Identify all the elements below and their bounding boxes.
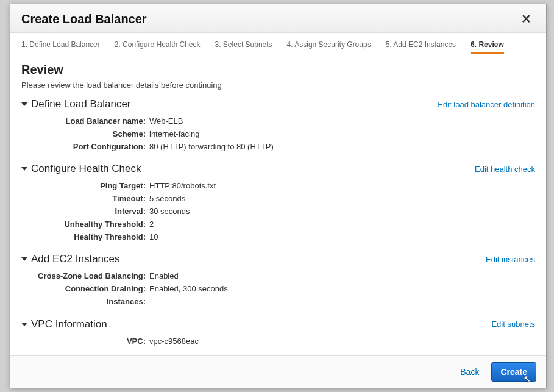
kv-list: Cross-Zone Load Balancing:Enabled Connec… [21,270,535,308]
kv-label: Ping Target: [27,180,149,193]
edit-instances-link[interactable]: Edit instances [486,255,535,264]
section-toggle[interactable]: Define Load Balancer [21,98,131,110]
kv-label: Unhealthy Threshold: [27,218,149,231]
modal-header: Create Load Balancer ✕ [10,4,546,33]
kv-row: Port Configuration:80 (HTTP) forwarding … [27,141,535,154]
back-button[interactable]: Back [455,363,484,380]
step-assign-security-groups[interactable]: 4. Assign Security Groups [287,38,371,54]
kv-label: Connection Draining: [27,283,149,296]
chevron-down-icon [21,102,27,106]
wizard-steps: 1. Define Load Balancer 2. Configure Hea… [10,33,546,54]
section-title: Define Load Balancer [31,98,131,110]
kv-label: Load Balancer name: [27,115,149,128]
chevron-down-icon [21,323,27,326]
kv-row: Unhealthy Threshold:2 [27,218,535,231]
kv-value: Enabled [149,270,179,283]
section-add-ec2-instances: Add EC2 Instances Edit instances Cross-Z… [21,253,535,308]
create-load-balancer-modal: Create Load Balancer ✕ 1. Define Load Ba… [10,4,547,388]
kv-row: Timeout:5 seconds [27,193,535,205]
kv-label: VPC: [27,335,149,348]
section-configure-health-check: Configure Health Check Edit health check… [21,163,535,243]
kv-value: 80 (HTTP) forwarding to 80 (HTTP) [149,141,274,154]
section-header: VPC Information Edit subnets [21,318,535,330]
kv-row: Load Balancer name:Web-ELB [27,115,535,128]
kv-row: Cross-Zone Load Balancing:Enabled [27,270,535,283]
create-button[interactable]: Create ↖ [491,362,536,382]
section-header: Configure Health Check Edit health check [21,163,535,175]
step-define-load-balancer[interactable]: 1. Define Load Balancer [21,38,100,54]
section-header: Add EC2 Instances Edit instances [21,253,535,265]
close-icon[interactable]: ✕ [517,10,535,27]
kv-label: Interval: [27,205,149,218]
section-toggle[interactable]: VPC Information [21,318,107,330]
step-review[interactable]: 6. Review [471,38,504,54]
kv-value: 10 [149,231,158,244]
section-toggle[interactable]: Add EC2 Instances [21,253,120,265]
edit-health-check-link[interactable]: Edit health check [475,165,535,174]
kv-list: Load Balancer name:Web-ELB Scheme:intern… [21,115,535,153]
edit-subnets-link[interactable]: Edit subnets [491,319,535,329]
kv-list: VPC:vpc-c9568eac [21,335,535,348]
section-define-load-balancer: Define Load Balancer Edit load balancer … [21,98,535,153]
kv-label: Healthy Threshold: [27,231,149,244]
step-select-subnets[interactable]: 3. Select Subnets [215,38,272,54]
edit-load-balancer-definition-link[interactable]: Edit load balancer definition [438,100,535,109]
section-header: Define Load Balancer Edit load balancer … [21,98,535,110]
section-toggle[interactable]: Configure Health Check [21,163,141,175]
modal-title: Create Load Balancer [21,12,147,26]
kv-label: Instances: [27,296,149,308]
kv-value: internet-facing [149,128,199,141]
kv-row: VPC:vpc-c9568eac [27,335,535,348]
kv-value: 2 [149,218,154,231]
kv-value: Web-ELB [149,115,183,128]
step-add-ec2-instances[interactable]: 5. Add EC2 Instances [386,38,456,54]
kv-value: 5 seconds [149,193,185,205]
kv-label: Port Configuration: [27,141,149,154]
kv-list: Ping Target:HTTP:80/robots.txt Timeout:5… [21,180,535,243]
review-content: Review Please review the load balancer d… [10,54,546,355]
page-title: Review [21,63,535,77]
chevron-down-icon [21,167,27,171]
step-configure-health-check[interactable]: 2. Configure Health Check [115,38,201,54]
kv-row: Scheme:internet-facing [27,128,535,141]
kv-value: HTTP:80/robots.txt [149,180,216,193]
kv-label: Timeout: [27,193,149,205]
modal-footer: Back Create ↖ [10,355,546,388]
kv-label: Scheme: [27,128,149,141]
section-title: Add EC2 Instances [31,253,120,265]
kv-row: Healthy Threshold:10 [27,231,535,244]
page-subtitle: Please review the load balancer details … [21,80,535,90]
section-title: Configure Health Check [31,163,141,175]
kv-row: Interval:30 seconds [27,205,535,218]
kv-row: Connection Draining:Enabled, 300 seconds [27,283,535,296]
section-title: VPC Information [31,318,107,330]
kv-value: 30 seconds [149,205,190,218]
kv-value: vpc-c9568eac [149,335,199,348]
create-button-label: Create [500,367,527,377]
section-vpc-information: VPC Information Edit subnets VPC:vpc-c95… [21,318,535,348]
kv-label: Cross-Zone Load Balancing: [27,270,149,283]
kv-row: Instances: [27,296,535,308]
kv-row: Ping Target:HTTP:80/robots.txt [27,180,535,193]
kv-value: Enabled, 300 seconds [149,283,228,296]
chevron-down-icon [21,257,27,261]
